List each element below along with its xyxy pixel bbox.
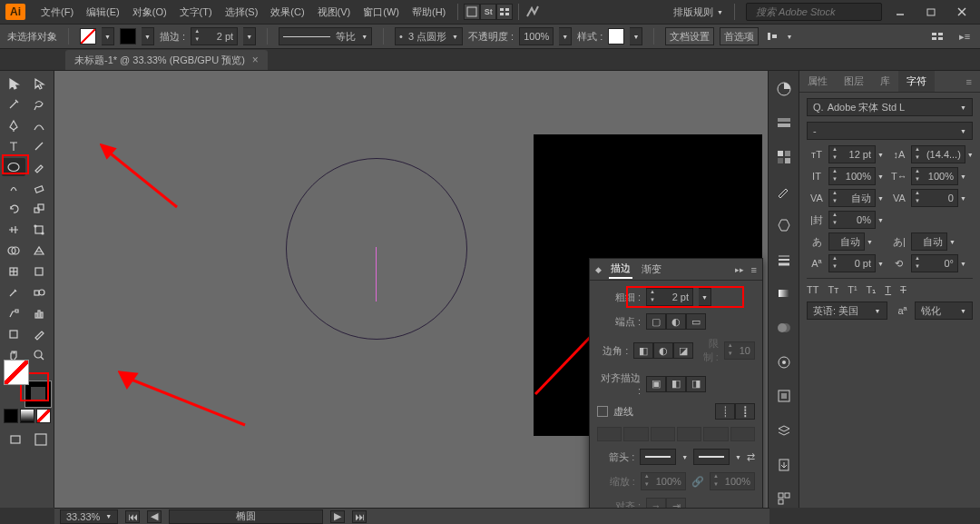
menu-view[interactable]: 视图(V) [311, 0, 358, 24]
menu-object[interactable]: 对象(O) [126, 0, 173, 24]
symbols-panel-icon[interactable] [774, 216, 794, 234]
opacity-dropdown[interactable]: ▼ [559, 27, 572, 45]
tsume-spinner[interactable]: ▲▼0% [828, 211, 876, 229]
line-tool[interactable] [27, 137, 51, 155]
shape-builder-tool[interactable] [2, 242, 25, 260]
align-stroke-buttons[interactable]: ▣◧◨ [646, 376, 706, 392]
color-guide-icon[interactable] [774, 114, 794, 133]
superscript-icon[interactable]: T¹ [848, 284, 857, 296]
stroke-weight-spinner[interactable]: ▲▼2 pt [191, 27, 238, 45]
menu-help[interactable]: 帮助(H) [406, 0, 452, 24]
scale-tool[interactable] [27, 200, 51, 218]
window-close[interactable] [949, 3, 975, 21]
gradient-tool[interactable] [27, 262, 51, 281]
appearance-panel-icon[interactable] [774, 353, 794, 371]
menu-type[interactable]: 文字(T) [173, 0, 219, 24]
color-mode-solid[interactable] [4, 409, 18, 423]
strikethrough-icon[interactable]: T [900, 284, 906, 296]
style-dropdown[interactable]: ▼ [630, 27, 642, 45]
artboard-tool[interactable] [2, 325, 25, 343]
dash-checkbox[interactable] [597, 406, 608, 417]
stroke-weight-dropdown[interactable]: ▼ [243, 27, 256, 45]
fill-stroke-indicator[interactable] [4, 354, 54, 449]
ellipse-tool[interactable] [2, 158, 25, 176]
doc-setup-button[interactable]: 文档设置 [665, 27, 714, 45]
transparency-panel-icon[interactable] [774, 319, 794, 337]
weight-spinner[interactable]: ▲▼2 pt [646, 288, 693, 306]
cap-buttons[interactable]: ▢◐▭ [646, 313, 706, 330]
vscale-spinner[interactable]: ▲▼100% [828, 167, 876, 185]
stroke-swatch[interactable] [120, 28, 136, 44]
tracking-spinner[interactable]: ▲▼0 [911, 189, 958, 207]
stroke-panel-icon[interactable] [774, 251, 794, 269]
artboards-panel-icon[interactable] [774, 489, 794, 508]
aki-right-spinner[interactable]: 自动 [911, 232, 947, 251]
ellipse-shape[interactable] [286, 158, 467, 340]
leading-spinner[interactable]: ▲▼(14.4...) [911, 145, 965, 163]
fill-indicator[interactable] [4, 360, 29, 385]
arrange-icon[interactable] [496, 4, 513, 20]
direct-selection-tool[interactable] [27, 74, 51, 93]
rotate-tool[interactable] [2, 200, 25, 218]
dash-opt-a[interactable]: ┊ [715, 403, 735, 420]
artboard-prev[interactable]: ◀ [147, 510, 162, 523]
rotation-spinner[interactable]: ▲▼0° [911, 254, 958, 272]
baseline-spinner[interactable]: ▲▼0 pt [828, 254, 876, 272]
stroke-swatch-dropdown[interactable]: ▼ [142, 27, 154, 45]
zoom-select[interactable]: 33.33%▼ [60, 509, 118, 524]
arrow-start-select[interactable] [640, 449, 676, 465]
window-minimize[interactable] [887, 3, 913, 21]
document-tab[interactable]: 未标题-1* @ 33.33% (RGB/GPU 预览) × [65, 50, 268, 70]
antialias-select[interactable]: 锐化▼ [915, 302, 974, 320]
artboard-next[interactable]: ▶ [330, 510, 345, 523]
slice-tool[interactable] [27, 325, 51, 343]
stroke-profile-select[interactable]: 等比▼ [279, 27, 372, 45]
dash-opt-b[interactable]: ┋ [735, 403, 755, 420]
eraser-tool[interactable] [27, 179, 51, 197]
canvas[interactable]: ◆ 描边 渐变 ▸▸ ≡ 粗细 : ▲▼2 pt▼ 端点 :▢◐▭ 边角 :◧◐… [54, 71, 768, 508]
font-style-select[interactable]: -▼ [807, 122, 973, 140]
color-mode-none[interactable] [36, 409, 51, 423]
paintbrush-tool[interactable] [27, 158, 51, 176]
blend-tool[interactable] [27, 283, 51, 302]
selection-tool[interactable] [2, 74, 25, 93]
free-transform-tool[interactable] [27, 221, 51, 239]
stock-icon[interactable]: St [480, 4, 496, 20]
opacity-spinner[interactable]: 100% [519, 27, 554, 45]
pen-tool[interactable] [2, 116, 25, 134]
asset-export-icon[interactable] [774, 456, 794, 474]
curvature-tool[interactable] [27, 116, 51, 134]
tab-character[interactable]: 字符 [898, 71, 935, 92]
corner-buttons[interactable]: ◧◐◪ [633, 342, 693, 359]
eyedropper-tool[interactable] [2, 283, 25, 302]
ctrl-menu-icon[interactable]: ▸≡ [956, 28, 973, 44]
underline-icon[interactable]: T [885, 284, 891, 296]
tab-stroke[interactable]: 描边 [609, 260, 632, 279]
screen-mode-normal[interactable] [4, 430, 27, 449]
artboard-last[interactable]: ⏭ [352, 510, 367, 523]
window-restore[interactable] [918, 3, 944, 21]
panel-collapse-icon[interactable]: ▸▸ [735, 265, 744, 274]
menu-file[interactable]: 文件(F) [34, 0, 80, 24]
menu-window[interactable]: 窗口(W) [357, 0, 406, 24]
caps-icon[interactable]: TT [807, 284, 818, 296]
language-select[interactable]: 英语: 美国▼ [807, 302, 887, 320]
kerning-spinner[interactable]: ▲▼自动 [828, 189, 876, 207]
swap-arrows-icon[interactable]: ⇄ [747, 451, 755, 463]
shaper-tool[interactable] [2, 179, 25, 197]
arrow-end-select[interactable] [693, 449, 730, 465]
gpu-icon[interactable] [524, 4, 541, 20]
menu-effect[interactable]: 效果(C) [264, 0, 310, 24]
subscript-icon[interactable]: T₁ [867, 284, 877, 296]
graph-tool[interactable] [27, 304, 51, 322]
smallcaps-icon[interactable]: Tт [828, 284, 838, 296]
tab-layers[interactable]: 图层 [836, 71, 872, 92]
color-panel-icon[interactable] [774, 80, 794, 98]
layout-preset-menu[interactable]: 排版规则▼ [673, 5, 723, 19]
search-stock[interactable] [746, 3, 882, 21]
perspective-tool[interactable] [27, 242, 51, 260]
stroke-indicator[interactable] [25, 381, 51, 407]
style-swatch[interactable] [608, 28, 624, 44]
menu-select[interactable]: 选择(S) [219, 0, 265, 24]
type-tool[interactable] [2, 137, 25, 155]
